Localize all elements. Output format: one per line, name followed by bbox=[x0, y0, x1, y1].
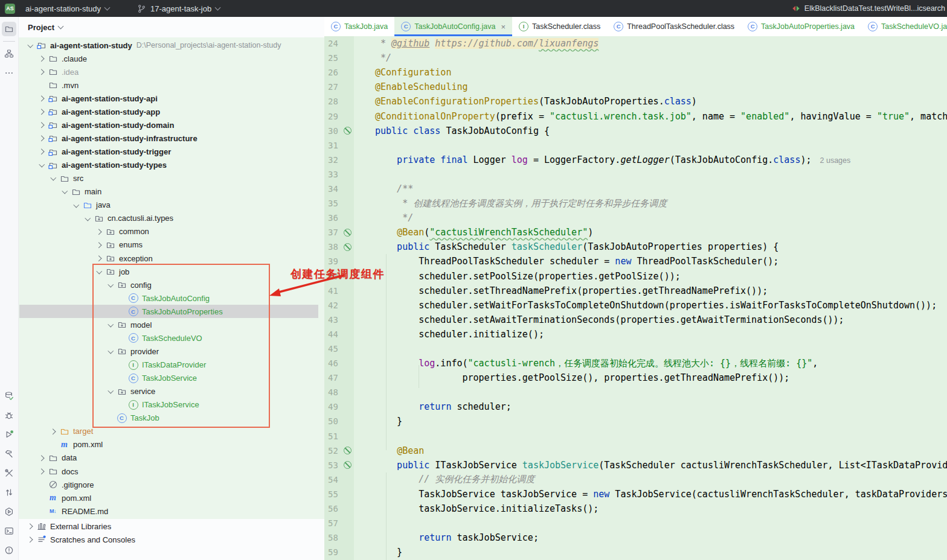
tree-row-ai-agent-station-study-infrastructure[interactable]: ai-agent-station-study-infrastructure bbox=[18, 132, 324, 145]
tab-taskschedulevo.java[interactable]: CTaskScheduleVO.java bbox=[861, 17, 947, 36]
code-editor[interactable]: 24 * @github https://github.com/lixuanfe… bbox=[324, 36, 947, 560]
code-line-39[interactable]: 39 ThreadPoolTaskScheduler scheduler = n… bbox=[324, 254, 947, 269]
code-line-50[interactable]: 50 } bbox=[324, 414, 947, 428]
code-line-32[interactable]: 32 private final Logger log = LoggerFact… bbox=[324, 153, 947, 167]
code-line-57[interactable]: 57 bbox=[324, 516, 947, 530]
chevron-expanded-icon[interactable] bbox=[106, 387, 116, 396]
spring-bean-icon[interactable] bbox=[341, 127, 354, 135]
tree-row-taskjobservice[interactable]: CTaskJobService bbox=[18, 372, 324, 385]
tools-icon[interactable] bbox=[2, 466, 16, 480]
tree-row-ai-agent-station-study[interactable]: ai-agent-station-studyD:\Personal_projec… bbox=[18, 39, 324, 52]
debug-icon[interactable] bbox=[2, 408, 16, 422]
tree-row-taskschedulevo[interactable]: CTaskScheduleVO bbox=[18, 331, 324, 345]
spring-bean-icon[interactable] bbox=[341, 447, 354, 454]
tree-row-taskjobautoconfig[interactable]: CTaskJobAutoConfig bbox=[18, 291, 324, 305]
code-line-48[interactable]: 48 bbox=[324, 385, 947, 399]
code-line-36[interactable]: 36 */ bbox=[324, 211, 947, 225]
code-line-38[interactable]: 38 public TaskScheduler taskScheduler(Ta… bbox=[324, 240, 947, 254]
chevron-collapsed-icon[interactable] bbox=[94, 227, 104, 237]
tree-row-readme.md[interactable]: M↓README.md bbox=[18, 504, 324, 518]
spring-bean-icon[interactable] bbox=[341, 461, 354, 469]
code-line-44[interactable]: 44 scheduler.initialize(); bbox=[324, 327, 947, 342]
code-line-42[interactable]: 42 scheduler.setWaitForTasksToCompleteOn… bbox=[324, 298, 947, 313]
more-icon[interactable] bbox=[2, 66, 16, 80]
code-line-40[interactable]: 40 scheduler.setPoolSize(properties.getP… bbox=[324, 269, 947, 284]
chevron-expanded-icon[interactable] bbox=[106, 346, 116, 356]
chevron-collapsed-icon[interactable] bbox=[37, 453, 47, 463]
spring-bean-icon[interactable] bbox=[341, 229, 354, 237]
code-line-52[interactable]: 52 @Bean bbox=[324, 444, 947, 458]
chevron-expanded-icon[interactable] bbox=[106, 320, 116, 329]
code-line-33[interactable]: 33 bbox=[324, 167, 947, 182]
chevron-collapsed-icon[interactable] bbox=[37, 94, 47, 103]
tree-row-cn.cactusli.ai.types[interactable]: cn.cactusli.ai.types bbox=[18, 212, 324, 225]
code-line-49[interactable]: 49 return scheduler; bbox=[324, 399, 947, 414]
chevron-collapsed-icon[interactable] bbox=[37, 466, 47, 476]
tree-row-itaskjobservice[interactable]: IITaskJobService bbox=[18, 398, 324, 412]
build-icon[interactable] bbox=[2, 447, 16, 461]
chevron-expanded-icon[interactable] bbox=[48, 174, 59, 183]
code-line-28[interactable]: 28@EnableConfigurationProperties(TaskJob… bbox=[324, 94, 947, 109]
code-line-47[interactable]: 47 properties.getPoolSize(), properties.… bbox=[324, 371, 947, 385]
code-line-37[interactable]: 37 @Bean("cactusliWrenchTaskScheduler") bbox=[324, 225, 947, 240]
chevron-expanded-icon[interactable] bbox=[71, 200, 82, 210]
tree-row-scratchesandconsoles[interactable]: Scratches and Consoles bbox=[18, 533, 324, 546]
tree-row-.mvn[interactable]: .mvn bbox=[18, 78, 324, 92]
tree-row-model[interactable]: model bbox=[18, 318, 324, 331]
chevron-collapsed-icon[interactable] bbox=[37, 147, 47, 157]
project-folder-icon[interactable] bbox=[2, 22, 16, 36]
tree-row-job[interactable]: job bbox=[18, 265, 324, 278]
tree-row-enums[interactable]: enums bbox=[18, 238, 324, 252]
code-line-43[interactable]: 43 scheduler.setAwaitTerminationSeconds(… bbox=[324, 313, 947, 327]
chevron-collapsed-icon[interactable] bbox=[37, 67, 47, 77]
chevron-collapsed-icon[interactable] bbox=[25, 535, 36, 544]
code-line-46[interactable]: 46 log.info("cactusli-wrench，任务调度器初始化完成。… bbox=[324, 356, 947, 371]
chevron-expanded-icon[interactable] bbox=[25, 40, 36, 50]
tree-row-itaskdataprovider[interactable]: IITaskDataProvider bbox=[18, 358, 324, 372]
database-icon[interactable] bbox=[2, 389, 16, 403]
structure-icon[interactable] bbox=[2, 46, 16, 61]
code-line-53[interactable]: 53 public ITaskJobService taskJobService… bbox=[324, 458, 947, 472]
chevron-collapsed-icon[interactable] bbox=[94, 253, 104, 263]
code-line-24[interactable]: 24 * @github https://github.com/lixuanfe… bbox=[324, 36, 947, 51]
chevron-expanded-icon[interactable] bbox=[60, 187, 70, 197]
tree-row-data[interactable]: data bbox=[18, 451, 324, 465]
tree-row-docs[interactable]: docs bbox=[18, 465, 324, 478]
chevron-expanded-icon[interactable] bbox=[37, 161, 47, 170]
spring-bean-icon[interactable] bbox=[341, 243, 354, 251]
code-line-41[interactable]: 41 scheduler.setThreadNamePrefix(propert… bbox=[324, 284, 947, 298]
code-line-35[interactable]: 35 * 创建线程池任务调度器实例，用于执行定时任务和异步任务调度 bbox=[324, 196, 947, 211]
code-line-34[interactable]: 34 /** bbox=[324, 182, 947, 196]
tree-row-ai-agent-station-study-app[interactable]: ai-agent-station-study-app bbox=[18, 105, 324, 118]
tree-row-ai-agent-station-study-trigger[interactable]: ai-agent-station-study-trigger bbox=[18, 145, 324, 159]
code-line-31[interactable]: 31 bbox=[324, 138, 947, 153]
code-line-56[interactable]: 56 taskJobService.initializeTasks(); bbox=[324, 501, 947, 516]
close-icon[interactable]: × bbox=[501, 22, 506, 31]
problems-icon[interactable] bbox=[2, 543, 16, 558]
chevron-collapsed-icon[interactable] bbox=[48, 427, 59, 436]
tree-row-.gitignore[interactable]: .gitignore bbox=[18, 478, 324, 491]
chevron-collapsed-icon[interactable] bbox=[37, 107, 47, 116]
services-icon[interactable] bbox=[2, 427, 16, 442]
branch-switcher[interactable]: 17-agent-task-job bbox=[132, 0, 225, 17]
code-line-55[interactable]: 55 TaskJobService taskJobService = new T… bbox=[324, 487, 947, 501]
tree-row-.idea[interactable]: .idea bbox=[18, 65, 324, 78]
chevron-collapsed-icon[interactable] bbox=[37, 120, 47, 130]
tree-row-.claude[interactable]: .claude bbox=[18, 52, 324, 65]
code-line-25[interactable]: 25 */ bbox=[324, 51, 947, 65]
tab-taskjobautoconfig.java[interactable]: CTaskJobAutoConfig.java× bbox=[394, 17, 512, 36]
project-switcher[interactable]: ai-agent-station-study bbox=[20, 0, 115, 17]
hexagon-run-icon[interactable] bbox=[2, 504, 16, 519]
tree-row-ai-agent-station-study-types[interactable]: ai-agent-station-study-types bbox=[18, 159, 324, 172]
tree-row-common[interactable]: common bbox=[18, 225, 324, 238]
tree-row-service[interactable]: service bbox=[18, 385, 324, 398]
tree-row-pom.xml[interactable]: mpom.xml bbox=[18, 438, 324, 451]
tree-row-taskjob[interactable]: CTaskJob bbox=[18, 412, 324, 425]
chevron-expanded-icon[interactable] bbox=[94, 267, 104, 276]
code-line-29[interactable]: 29@ConditionalOnProperty(prefix = "cactu… bbox=[324, 109, 947, 123]
code-line-51[interactable]: 51 bbox=[324, 429, 947, 444]
tree-row-main[interactable]: main bbox=[18, 185, 324, 199]
terminal-icon[interactable] bbox=[2, 524, 16, 538]
tree-row-taskjobautoproperties[interactable]: CTaskJobAutoProperties bbox=[18, 305, 324, 318]
tree-row-ai-agent-station-study-domain[interactable]: ai-agent-station-study-domain bbox=[18, 118, 324, 132]
